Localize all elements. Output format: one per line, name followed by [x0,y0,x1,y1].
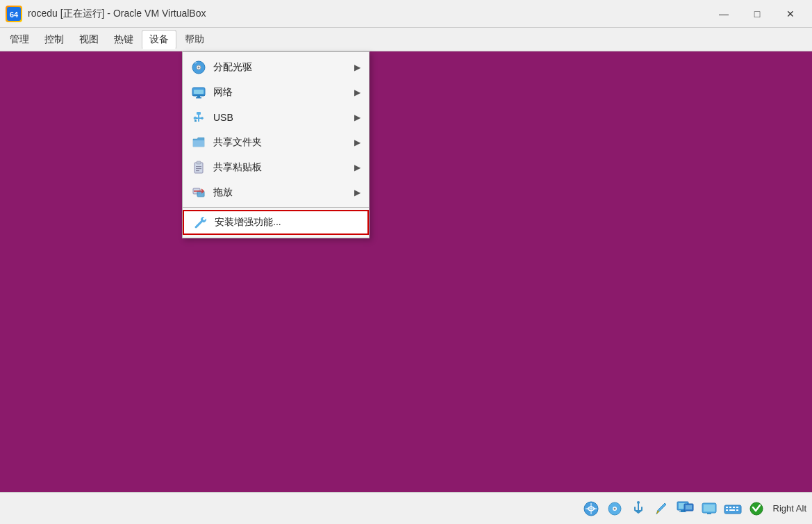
settings-status-icon[interactable] [747,499,766,518]
usb-icon [191,110,206,125]
menu-item-optical[interactable]: 分配光驱 ▶ [183,55,369,80]
svg-rect-47 [736,509,738,511]
svg-rect-10 [194,90,204,94]
svg-rect-43 [733,507,735,508]
network-arrow: ▶ [354,88,361,97]
svg-rect-44 [736,507,738,508]
folder-icon [191,135,206,150]
svg-rect-18 [197,161,201,164]
shared-folder-arrow: ▶ [354,138,361,147]
svg-rect-11 [197,112,201,115]
clipboard-label: 共享粘贴板 [213,161,347,174]
right-alt-label: Right Alt [773,503,806,514]
usb-status-icon[interactable] [629,499,648,518]
display-status-icon[interactable] [699,499,719,518]
svg-rect-19 [196,166,201,167]
network-label: 网络 [213,86,347,99]
svg-rect-36 [686,505,692,509]
menu-item-usb[interactable]: USB ▶ [183,105,369,130]
app-icon: 64 [6,6,22,22]
status-bar: Right Alt [0,492,812,524]
menu-help[interactable]: 帮助 [178,30,211,49]
wrench-icon [192,215,208,230]
dragdrop-icon [191,185,206,200]
svg-point-4 [198,67,200,69]
monitor-status-icon[interactable] [676,499,695,518]
menu-hotkey[interactable]: 热键 [107,30,140,49]
keyboard-status-icon[interactable] [723,499,743,518]
svg-rect-39 [707,513,711,514]
svg-rect-20 [196,168,201,169]
menu-item-dragdrop[interactable]: 拖放 ▶ [183,180,369,205]
network-icon [191,85,206,100]
guest-additions-label: 安装增强功能... [215,216,359,229]
menu-manage[interactable]: 管理 [3,30,36,49]
network-status-icon[interactable] [581,499,601,518]
maximize-button[interactable]: □ [741,3,773,25]
svg-point-15 [201,117,204,120]
svg-rect-7 [192,95,205,96]
menu-devices[interactable]: 设备 [142,30,176,49]
optical-label: 分配光驱 [213,61,347,74]
optical-drive-icon [191,60,206,75]
svg-rect-38 [704,505,715,511]
clipboard-arrow: ▶ [354,163,361,172]
usb-arrow: ▶ [354,113,361,122]
menu-item-clipboard[interactable]: 共享粘贴板 ▶ [183,155,369,180]
clipboard-icon [191,160,206,175]
menu-item-network[interactable]: 网络 ▶ [183,80,369,105]
dragdrop-arrow: ▶ [354,188,361,197]
svg-rect-45 [726,509,728,511]
menu-view[interactable]: 视图 [72,30,106,49]
svg-point-29 [613,507,615,509]
svg-rect-9 [196,97,201,99]
svg-rect-41 [726,507,728,508]
window-controls[interactable]: — □ ✕ [708,3,806,25]
minimize-button[interactable]: — [708,3,740,25]
svg-text:64: 64 [10,10,19,19]
title-left: 64 rocedu [正在运行] - Oracle VM VirtualBox [6,6,206,22]
svg-rect-46 [729,509,735,511]
menu-item-guest-additions[interactable]: 安装增强功能... [183,210,369,235]
svg-rect-42 [729,507,731,508]
window-title: rocedu [正在运行] - Oracle VM VirtualBox [28,8,206,20]
svg-rect-16 [194,120,197,122]
optical-status-icon[interactable] [605,499,624,518]
devices-dropdown: 分配光驱 ▶ 网络 ▶ USB [182,51,370,238]
dragdrop-label: 拖放 [213,186,347,199]
svg-rect-21 [196,170,199,171]
menu-item-shared-folder[interactable]: 共享文件夹 ▶ [183,130,369,155]
usb-label: USB [213,112,347,123]
optical-arrow: ▶ [354,63,361,72]
vm-screen[interactable] [0,51,812,492]
menu-bar: 管理 控制 视图 热键 设备 帮助 [0,28,812,51]
menu-control[interactable]: 控制 [38,30,71,49]
close-button[interactable]: ✕ [774,3,806,25]
pen-status-icon[interactable] [652,499,672,518]
svg-point-14 [194,117,197,120]
title-bar: 64 rocedu [正在运行] - Oracle VM VirtualBox … [0,0,812,28]
svg-rect-8 [197,96,200,97]
menu-separator [183,207,369,208]
svg-rect-34 [679,511,686,512]
shared-folder-label: 共享文件夹 [213,136,347,149]
svg-point-30 [637,501,640,504]
